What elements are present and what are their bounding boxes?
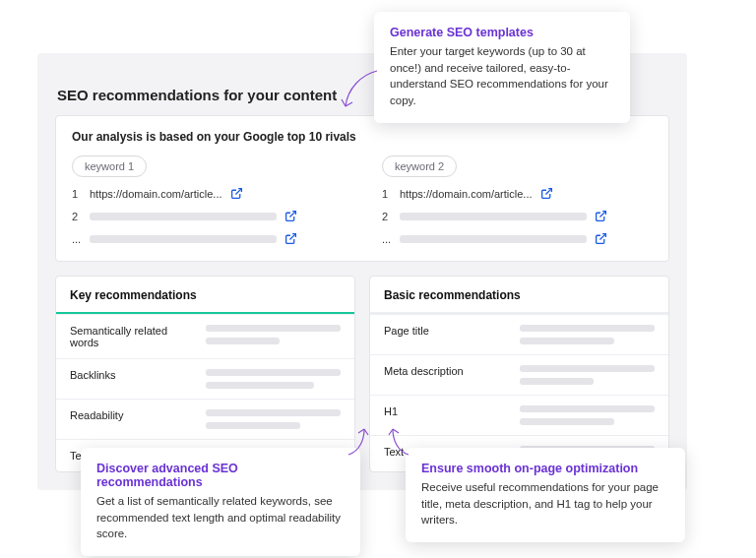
placeholder-line (520, 365, 655, 372)
result-url: https://domain.com/article... (400, 188, 533, 200)
tooltip-body: Receive useful recommendations for your … (421, 479, 669, 528)
analysis-card: Our analysis is based on your Google top… (55, 115, 669, 262)
placeholder-line (520, 405, 655, 412)
tooltip-body: Enter your target keywords (up to 30 at … (390, 43, 614, 109)
row-label: Semantically related words (70, 325, 188, 348)
placeholder-line (520, 378, 594, 385)
keyword-chip[interactable]: keyword 2 (382, 155, 457, 177)
placeholder-line (206, 325, 341, 332)
tooltip-onpage: Ensure smooth on-page optimization Recei… (406, 448, 685, 542)
table-row: Page title (370, 314, 668, 354)
placeholder-line (206, 338, 280, 344)
row-label: Meta description (384, 365, 502, 377)
placeholder-line (206, 369, 341, 376)
placeholder-line (400, 213, 587, 220)
rank-number: ... (72, 233, 82, 245)
table-row: Readability (56, 399, 354, 439)
placeholder-line (206, 422, 300, 429)
rank-number: 2 (72, 211, 82, 222)
table-row: Backlinks (56, 358, 354, 399)
row-label: Backlinks (70, 369, 188, 381)
placeholder-line (520, 418, 614, 425)
placeholder-line (90, 213, 277, 220)
placeholder-line (520, 325, 655, 332)
tooltip-title: Generate SEO templates (390, 26, 614, 39)
tooltip-title: Ensure smooth on-page optimization (421, 462, 669, 475)
analysis-heading: Our analysis is based on your Google top… (72, 130, 653, 144)
row-label: H1 (384, 405, 502, 417)
basic-recommendations-card: Basic recommendations Page title Meta de… (369, 276, 669, 472)
result-url: https://domain.com/article... (90, 188, 222, 200)
tooltip-title: Discover advanced SEO recommendations (96, 462, 345, 489)
placeholder-line (206, 382, 314, 389)
key-recs-heading: Key recommendations (56, 277, 354, 312)
placeholder-line (520, 338, 614, 344)
rank-number: ... (382, 233, 392, 245)
basic-recs-heading: Basic recommendations (370, 277, 668, 312)
keyword-column-1: keyword 1 1 https://domain.com/article..… (72, 155, 343, 245)
placeholder-line (206, 409, 341, 416)
external-link-icon[interactable] (540, 187, 553, 200)
tooltip-advanced: Discover advanced SEO recommendations Ge… (81, 448, 360, 556)
rank-number: 2 (382, 211, 392, 222)
external-link-icon[interactable] (595, 210, 607, 222)
table-row: Meta description (370, 354, 668, 395)
keyword-chip[interactable]: keyword 1 (72, 155, 147, 177)
placeholder-line (90, 235, 277, 243)
row-label: Readability (70, 409, 188, 421)
tooltip-generate: Generate SEO templates Enter your target… (374, 12, 630, 123)
rank-number: 1 (382, 188, 392, 200)
row-label: Page title (384, 325, 502, 337)
tooltip-body: Get a list of semantically related keywo… (96, 493, 345, 542)
placeholder-line (400, 235, 587, 243)
table-row: Semantically related words (56, 314, 354, 358)
key-recommendations-card: Key recommendations Semantically related… (55, 276, 355, 472)
external-link-icon[interactable] (284, 210, 297, 222)
external-link-icon[interactable] (284, 232, 297, 245)
external-link-icon[interactable] (595, 232, 607, 245)
rank-number: 1 (72, 188, 82, 200)
external-link-icon[interactable] (230, 187, 243, 200)
table-row: H1 (370, 395, 668, 435)
keyword-column-2: keyword 2 1 https://domain.com/article..… (382, 155, 653, 245)
